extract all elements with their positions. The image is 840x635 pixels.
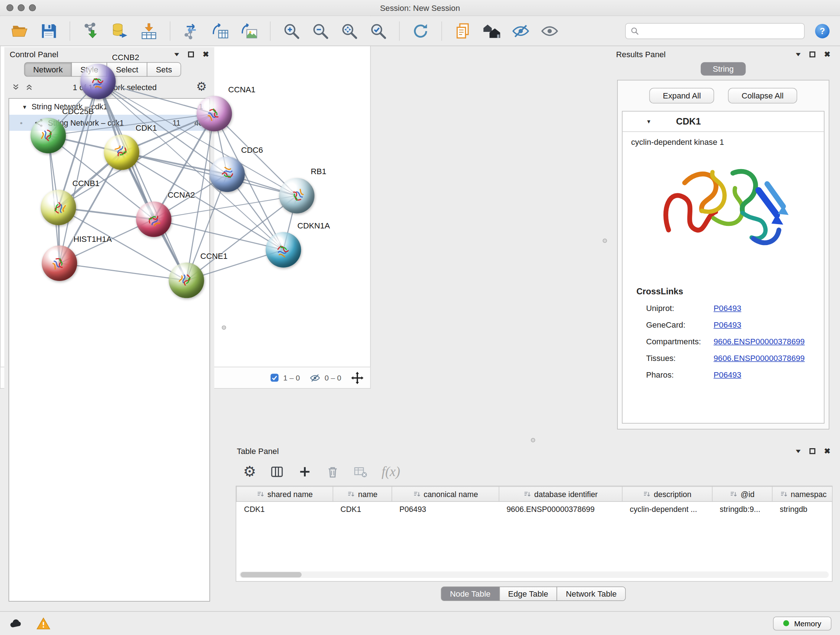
delete-table-icon[interactable] — [354, 465, 368, 479]
crosslink-row: Compartments:9606.ENSP00000378699 — [622, 333, 824, 350]
memory-label: Memory — [794, 619, 821, 628]
table-cell[interactable]: cyclin-dependent ... — [622, 501, 712, 516]
warning-icon[interactable] — [36, 616, 51, 630]
panel-close-icon[interactable]: ✖ — [824, 447, 830, 455]
network-node-cdc6[interactable] — [210, 157, 245, 192]
fit-content-crosshair-button[interactable] — [351, 371, 364, 384]
crosslinks-title: CrossLinks — [636, 287, 824, 296]
hidden-eye-slash-icon[interactable] — [309, 372, 321, 383]
crosslink-link[interactable]: 9606.ENSP00000378699 — [714, 337, 805, 346]
column-header-database-identifier[interactable]: database identifier — [499, 486, 622, 501]
delete-column-trash-icon[interactable] — [326, 465, 340, 479]
network-node-rb1[interactable] — [279, 178, 315, 214]
houses-button[interactable] — [479, 19, 504, 42]
memory-status-dot — [783, 620, 789, 626]
search-input[interactable] — [643, 27, 800, 35]
horizontal-splitter-handle[interactable] — [531, 438, 535, 442]
document-copy-button[interactable] — [450, 19, 475, 42]
tab-edge-table[interactable]: Edge Table — [499, 586, 557, 601]
crosslink-link[interactable]: P06493 — [714, 370, 742, 379]
window-title: Session: New Session — [380, 3, 460, 12]
sort-icon — [780, 490, 788, 498]
network-canvas[interactable]: CCNB2CCNA1CDC25BCDK1CDC6RB1CCNB1CCNA2CDK… — [0, 0, 370, 366]
toolbar-separator — [399, 21, 399, 40]
panel-float-icon[interactable] — [810, 51, 815, 57]
node-label-ccna2: CCNA2 — [168, 190, 195, 200]
network-node-cdk1[interactable] — [104, 135, 139, 170]
toolbar-separator — [441, 21, 442, 40]
selected-checkbox-icon[interactable] — [270, 373, 279, 382]
column-header-name[interactable]: name — [333, 486, 392, 501]
crosslink-label: Pharos: — [646, 370, 714, 379]
eye-slash-button[interactable] — [508, 19, 533, 42]
crosslink-row: Pharos:P06493 — [622, 366, 824, 383]
network-node-ccne1[interactable] — [169, 263, 204, 298]
memory-button[interactable]: Memory — [774, 616, 832, 630]
crosslink-label: Tissues: — [646, 353, 714, 363]
network-node-cdkn1a[interactable] — [266, 232, 302, 268]
node-label-ccnb2: CCNB2 — [112, 52, 139, 62]
network-edge[interactable] — [59, 263, 186, 280]
crosslink-row: GeneCard:P06493 — [622, 317, 824, 333]
network-node-hist1h1a[interactable] — [42, 245, 77, 281]
application-window: Session: New Session ? Control Panel ▼ ✖… — [0, 0, 840, 635]
crosslinks-list: Uniprot:P06493GeneCard:P06493Compartment… — [622, 300, 824, 383]
table-cell[interactable]: stringdb — [772, 501, 833, 516]
network-view-panel: CCNB2CCNA1CDC25BCDK1CDC6RB1CCNB1CCNA2CDK… — [0, 0, 371, 389]
show-columns-icon[interactable] — [270, 465, 284, 479]
node-table: shared namenamecanonical namedatabase id… — [236, 486, 833, 582]
tab-network-table[interactable]: Network Table — [557, 586, 626, 601]
tab-node-table[interactable]: Node Table — [441, 586, 500, 601]
help-button[interactable]: ? — [814, 23, 830, 39]
column-header-shared-name[interactable]: shared name — [237, 486, 333, 501]
network-node-ccna2[interactable] — [136, 202, 172, 237]
crosslink-link[interactable]: P06493 — [714, 320, 742, 329]
collapse-all-button[interactable]: Collapse All — [728, 88, 797, 103]
function-builder-icon[interactable]: f(x) — [382, 464, 400, 479]
panel-float-icon[interactable] — [810, 448, 815, 454]
vertical-splitter-handle[interactable] — [222, 325, 226, 330]
gene-description: cyclin-dependent kinase 1 — [622, 132, 824, 146]
table-cell[interactable]: 9606.ENSP00000378699 — [499, 501, 622, 516]
node-label-cdk1: CDK1 — [136, 124, 157, 133]
column-header-canonical-name[interactable]: canonical name — [392, 486, 499, 501]
selected-count: 1 – 0 — [283, 373, 300, 382]
search-icon — [630, 26, 639, 36]
create-column-plus-icon[interactable] — [298, 465, 312, 479]
network-edges-layer — [0, 0, 370, 366]
search-box[interactable] — [625, 23, 805, 39]
column-header-description[interactable]: description — [622, 486, 712, 501]
network-node-ccna1[interactable] — [196, 96, 232, 131]
network-edge[interactable] — [98, 81, 186, 280]
table-cell[interactable]: P06493 — [392, 501, 499, 516]
column-header-namespac[interactable]: namespac — [772, 486, 833, 501]
table-row[interactable]: CDK1CDK1P064939606.ENSP00000378699cyclin… — [237, 501, 832, 516]
table-options-gear-icon[interactable]: ⚙ — [243, 464, 256, 479]
crosslink-link[interactable]: P06493 — [714, 303, 742, 312]
node-label-cdkn1a: CDKN1A — [297, 221, 330, 230]
scrollbar-thumb[interactable] — [240, 572, 302, 578]
vertical-splitter-handle[interactable] — [603, 239, 607, 243]
table-header-row: shared namenamecanonical namedatabase id… — [237, 486, 832, 501]
network-node-cdc25b[interactable] — [30, 118, 66, 154]
expand-all-button[interactable]: Expand All — [649, 88, 714, 103]
network-node-ccnb2[interactable] — [80, 64, 116, 99]
string-results-box: Expand All Collapse All ▼ CDK1 cyclin-de… — [617, 80, 829, 430]
network-node-ccnb1[interactable] — [41, 190, 76, 225]
horizontal-scrollbar[interactable] — [240, 572, 829, 578]
table-cell[interactable]: CDK1 — [237, 501, 333, 516]
column-header--id[interactable]: @id — [712, 486, 772, 501]
crosslink-link[interactable]: 9606.ENSP00000378699 — [714, 353, 805, 363]
sort-icon — [523, 490, 531, 498]
panel-menu-caret-icon[interactable]: ▼ — [794, 51, 802, 57]
refresh-layout-button[interactable] — [408, 19, 433, 42]
table-cell[interactable]: CDK1 — [333, 501, 392, 516]
panel-close-icon[interactable]: ✖ — [824, 50, 830, 59]
table-cell[interactable]: stringdb:9... — [712, 501, 772, 516]
network-edge[interactable] — [58, 81, 98, 207]
cloud-icon[interactable] — [9, 616, 23, 630]
section-disclosure-triangle-icon[interactable]: ▼ — [646, 119, 652, 124]
panel-menu-caret-icon[interactable]: ▼ — [794, 448, 802, 454]
tab-string[interactable]: String — [701, 62, 745, 76]
eye-button[interactable] — [537, 19, 562, 42]
